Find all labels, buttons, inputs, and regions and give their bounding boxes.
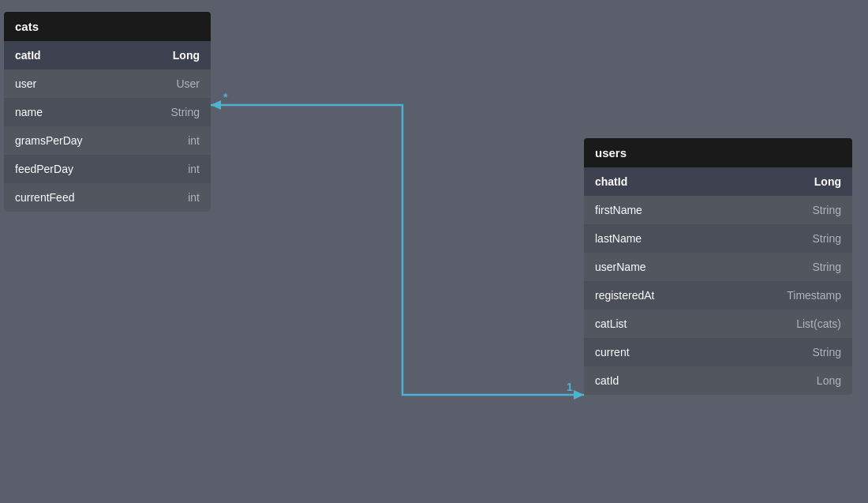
cats-row-feedPerDay: feedPerDay int	[4, 155, 211, 183]
users-field-type-registeredAt: Timestamp	[787, 289, 841, 302]
users-field-name-lastName: lastName	[595, 232, 642, 245]
users-row-userName: userName String	[584, 253, 852, 281]
cats-row-catId: catId Long	[4, 41, 211, 69]
users-field-name-userName: userName	[595, 261, 646, 273]
users-field-name-current: current	[595, 346, 630, 358]
users-field-name-firstName: firstName	[595, 204, 642, 216]
users-row-firstName: firstName String	[584, 196, 852, 224]
cats-field-name-feedPerDay: feedPerDay	[15, 163, 73, 175]
users-table-title: users	[595, 146, 627, 160]
multiplicity-end-label: 1	[567, 381, 573, 393]
cats-field-name-gramsPerDay: gramsPerDay	[15, 134, 83, 147]
users-field-name-registeredAt: registeredAt	[595, 289, 654, 302]
users-field-type-chatId: Long	[814, 175, 841, 188]
cats-field-type-currentFeed: int	[188, 191, 200, 204]
cats-row-currentFeed: currentFeed int	[4, 183, 211, 212]
connector-path	[211, 105, 584, 395]
users-table-header: users	[584, 138, 852, 167]
users-field-name-catId: catId	[595, 374, 619, 387]
cats-row-name: name String	[4, 98, 211, 126]
cats-field-name-user: user	[15, 77, 36, 90]
cats-table-header: cats	[4, 12, 211, 41]
cats-field-name-name: name	[15, 106, 43, 118]
arrow-start	[211, 100, 221, 110]
multiplicity-start-label: *	[223, 91, 228, 103]
cats-field-type-user: User	[176, 77, 200, 90]
users-row-lastName: lastName String	[584, 224, 852, 253]
users-field-type-lastName: String	[812, 232, 841, 245]
users-field-name-chatId: chatId	[595, 175, 627, 188]
users-entity-table: users chatId Long firstName String lastN…	[584, 138, 852, 395]
users-row-current: current String	[584, 338, 852, 366]
users-field-type-catId: Long	[817, 374, 841, 387]
users-field-type-current: String	[812, 346, 841, 358]
diagram-canvas: cats catId Long user User name String gr…	[0, 0, 868, 503]
arrow-end	[574, 390, 584, 400]
users-row-catId: catId Long	[584, 366, 852, 395]
users-field-type-firstName: String	[812, 204, 841, 216]
users-field-type-catList: List(cats)	[796, 317, 841, 330]
cats-row-user: user User	[4, 69, 211, 98]
users-field-type-userName: String	[812, 261, 841, 273]
cats-row-gramsPerDay: gramsPerDay int	[4, 126, 211, 155]
users-field-name-catList: catList	[595, 317, 627, 330]
cats-entity-table: cats catId Long user User name String gr…	[4, 12, 211, 212]
users-row-catList: catList List(cats)	[584, 310, 852, 338]
cats-table-title: cats	[15, 20, 39, 33]
cats-field-type-gramsPerDay: int	[188, 134, 200, 147]
cats-field-type-name: String	[170, 106, 200, 118]
cats-field-type-catId: Long	[173, 49, 200, 62]
users-row-chatId: chatId Long	[584, 167, 852, 196]
users-row-registeredAt: registeredAt Timestamp	[584, 281, 852, 310]
cats-field-type-feedPerDay: int	[188, 163, 200, 175]
cats-field-name-currentFeed: currentFeed	[15, 191, 74, 204]
cats-field-name-catId: catId	[15, 49, 41, 62]
